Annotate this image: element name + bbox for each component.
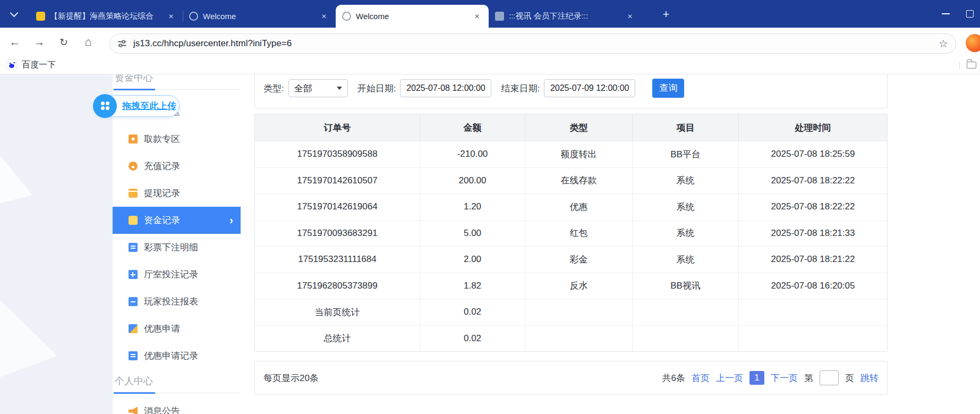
browser-tab[interactable]: :::视讯 会员下注纪录::: ✕ [489, 5, 642, 28]
divider [959, 61, 960, 70]
sidebar-item-label: 优惠申请 [144, 323, 180, 335]
table-cell: 优惠 [525, 194, 632, 220]
funds-icon [129, 216, 138, 225]
table-cell: 2025-07-08 18:25:59 [738, 141, 887, 167]
table-row: 1751970358909588 -210.00 额度转出 BB平台 2025-… [255, 141, 887, 167]
table-cell: 1751953231111684 [255, 247, 420, 273]
forward-button[interactable]: → [31, 33, 48, 50]
table-cell: 1751970093683291 [255, 221, 420, 247]
table-row: 1751953231111684 2.00 彩金 系统 2025-07-08 1… [255, 246, 887, 273]
table-cell: 2025-07-08 18:21:33 [738, 221, 887, 247]
lottery-detail-icon [129, 243, 138, 252]
maximize-icon [966, 10, 974, 18]
table-row: 1751970093683291 5.00 红包 系统 2025-07-08 1… [255, 220, 887, 247]
new-tab-button[interactable]: + [659, 7, 674, 22]
sidebar-item[interactable]: 资金记录 › [113, 207, 241, 234]
decor-triangle [0, 273, 71, 414]
table-cell: 1751970142619064 [255, 194, 420, 220]
bookmark-baidu[interactable]: 百度一下 [6, 58, 56, 72]
folder-icon[interactable] [967, 62, 976, 69]
table-cell: 系统 [632, 221, 738, 247]
sidebar-section-header: 个人中心 [113, 369, 241, 393]
prev-page-link[interactable]: 上一页 [716, 372, 743, 384]
home-button[interactable]: ⌂ [80, 33, 97, 50]
browser-tab[interactable]: Welcome ✕ [183, 5, 336, 28]
baidu-icon [6, 60, 17, 70]
maximize-button[interactable] [958, 0, 980, 28]
sidebar-item[interactable]: 消息公告 › [113, 398, 241, 414]
sidebar-item[interactable]: 优惠申请记录 › [113, 342, 241, 369]
table-cell: 2025-07-08 18:22:22 [738, 168, 887, 194]
table-cell: BB平台 [632, 141, 738, 167]
hall-bet-icon [129, 270, 138, 279]
tab-title: :::视讯 会员下注纪录::: [509, 11, 620, 21]
site-settings-icon[interactable] [117, 39, 127, 48]
forum-favicon [36, 12, 45, 21]
sidebar-section-header: 资金中心 [113, 74, 241, 90]
table-cell: 1751962805373899 [255, 273, 420, 299]
table-cell: 额度转出 [525, 141, 632, 167]
first-page-link[interactable]: 首页 [692, 372, 710, 384]
table-header-cell: 类型 [525, 114, 632, 141]
sidebar: 资金中心 存款专区 › 取款专区 › 充值记录 › 提现记录 › 资金记录 › … [113, 74, 241, 414]
pagination-controls: 共6条 首页 上一页 1 下一页 第 页 跳转 [662, 370, 879, 385]
table-body: 1751970358909588 -210.00 额度转出 BB平台 2025-… [255, 141, 887, 351]
type-label: 类型: [263, 82, 284, 95]
close-icon[interactable]: ✕ [625, 11, 635, 22]
sidebar-item-label: 取款专区 [144, 133, 180, 145]
decor-triangle [0, 141, 44, 230]
table-cell: 1751970142610507 [255, 168, 420, 194]
end-date-input[interactable]: 2025-07-09 12:00:00 [544, 79, 635, 97]
type-select[interactable]: 全部 [288, 79, 348, 97]
browser-window: + 【新提醒】海燕策略论坛综合 ✕ Welcome ✕ Welcome ✕ ::… [0, 0, 980, 414]
promo-record-icon [129, 351, 138, 360]
sidebar-item[interactable]: 彩票下注明细 › [113, 234, 241, 261]
close-icon[interactable]: ✕ [166, 11, 176, 22]
sidebar-item[interactable]: 提现记录 › [113, 180, 241, 207]
sidebar-item[interactable]: 厅室投注记录 › [113, 261, 241, 288]
upload-overlay[interactable]: 拖拽至此上传 [94, 95, 180, 117]
table-cell: 系统 [632, 247, 738, 273]
table-cell [525, 326, 632, 352]
start-date-input[interactable]: 2025-07-08 12:00:00 [400, 79, 491, 97]
close-icon[interactable]: ✕ [319, 11, 329, 22]
chevron-right-icon: › [229, 214, 233, 226]
next-page-link[interactable]: 下一页 [771, 372, 798, 384]
close-icon[interactable]: ✕ [472, 11, 482, 22]
table-cell: 红包 [525, 221, 632, 247]
reload-button[interactable]: ↻ [55, 33, 72, 50]
sidebar-item[interactable]: 玩家投注报表 › [113, 288, 241, 315]
profile-avatar[interactable] [966, 34, 980, 52]
sidebar-item[interactable]: 充值记录 › [113, 153, 241, 180]
sidebar-item-label: 玩家投注报表 [144, 295, 198, 308]
upload-cloud-icon [93, 94, 117, 118]
sidebar-item[interactable]: 取款专区 › [113, 125, 241, 153]
table-cell: 1751970358909588 [255, 141, 420, 167]
navigation-bar: ← → ↻ ⌂ js13.cc/hhcp/usercenter.html?ini… [0, 28, 980, 56]
table-cell: BB视讯 [632, 273, 738, 299]
tab-search-button[interactable] [5, 7, 22, 21]
table-cell: 系统 [632, 194, 738, 220]
bookmark-star-icon[interactable]: ☆ [939, 37, 948, 50]
search-button[interactable]: 查询 [652, 79, 684, 98]
tab-title: Welcome [203, 12, 314, 21]
pagination-bar: 每页显示20条 共6条 首页 上一页 1 下一页 第 页 跳转 [254, 361, 888, 395]
current-page-indicator[interactable]: 1 [749, 371, 764, 385]
address-bar[interactable]: js13.cc/hhcp/usercenter.html?iniType=6 ☆ [109, 33, 956, 54]
table-row: 当前页统计 0.02 [255, 299, 887, 325]
sidebar-item[interactable]: 优惠申请 › [113, 315, 241, 342]
sidebar-item-label: 资金记录 [144, 214, 180, 226]
browser-tab[interactable]: Welcome ✕ [336, 5, 489, 28]
table-header-cell: 项目 [632, 114, 738, 141]
cashout-icon [129, 189, 138, 198]
minimize-button[interactable] [933, 0, 958, 28]
browser-tab[interactable]: 【新提醒】海燕策略论坛综合 ✕ [30, 5, 183, 28]
bookmarks-bar: 百度一下 [0, 56, 980, 74]
sidebar-item-label: 消息公告 [144, 405, 180, 414]
table-cell [738, 326, 887, 352]
back-button[interactable]: ← [6, 33, 23, 50]
table-row: 1751962805373899 1.82 反水 BB视讯 2025-07-08… [255, 273, 887, 299]
table-cell: 总统计 [255, 326, 420, 352]
jump-button[interactable]: 跳转 [860, 372, 879, 384]
page-jump-input[interactable] [820, 370, 839, 385]
